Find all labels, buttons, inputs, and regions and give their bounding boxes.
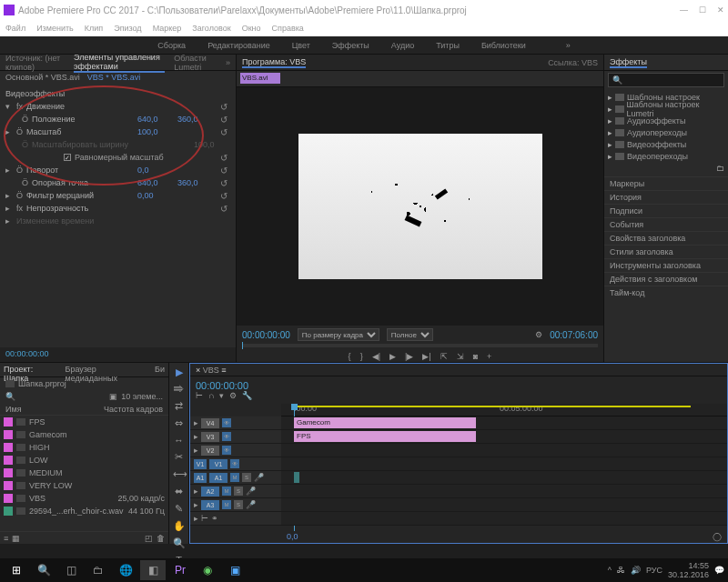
notifications-icon[interactable]: 💬 <box>714 566 724 575</box>
ws-color[interactable]: Цвет <box>292 41 310 50</box>
solo-icon[interactable]: S <box>234 500 243 509</box>
app-icon[interactable]: ◉ <box>195 560 220 580</box>
start-button[interactable]: ⊞ <box>4 560 29 580</box>
position-y[interactable]: 360,0 <box>177 115 214 124</box>
next-frame-icon[interactable]: ▶| <box>422 352 430 361</box>
work-area[interactable] <box>294 406 691 407</box>
mute-icon[interactable]: M <box>222 500 231 509</box>
new-item-icon[interactable]: ◰ <box>145 534 153 542</box>
col-framerate[interactable]: Частота кадров <box>104 405 163 413</box>
lift-icon[interactable]: ⇱ <box>440 352 448 361</box>
anchor-x[interactable]: 640,0 <box>137 178 174 187</box>
opacity-effect[interactable]: Непрозрачность <box>26 204 214 213</box>
settings-icon[interactable]: ⚙ <box>535 330 542 339</box>
maximize-button[interactable]: ☐ <box>699 5 706 15</box>
menu-title[interactable]: Заголовок <box>192 24 230 33</box>
scroll-thumb[interactable]: ◯ <box>713 532 722 541</box>
razor-tool-icon[interactable]: ✂ <box>173 451 186 463</box>
track-a3[interactable]: A3 <box>201 500 219 510</box>
zoom-select[interactable]: По размеру кадра <box>298 328 379 341</box>
app-icon[interactable]: ▣ <box>222 560 248 580</box>
uniform-scale-checkbox[interactable] <box>64 154 71 161</box>
voice-icon[interactable]: 🎤 <box>246 500 256 509</box>
project-item[interactable]: 29594_...erh._choir-c.wav44 100 Гц <box>0 505 168 517</box>
tray-network-icon[interactable]: 🖧 <box>617 566 625 575</box>
mini-timeline[interactable]: VBS.avi <box>237 71 603 87</box>
video-effects-folder[interactable]: ▸Видеоэффекты <box>608 138 724 150</box>
menu-file[interactable]: Файл <box>5 24 25 33</box>
tab-source[interactable]: Источник: (нет клипов) <box>5 54 65 72</box>
tray-clock[interactable]: 14:5530.12.2016 <box>668 561 709 579</box>
panel-captions[interactable]: Подписи <box>604 204 728 217</box>
zoom-tool-icon[interactable]: 🔍 <box>173 537 186 549</box>
tray-lang[interactable]: РУС <box>646 566 662 575</box>
tab-bi[interactable]: Би <box>155 365 165 375</box>
rotation-value[interactable]: 0,0 <box>137 166 174 175</box>
project-item[interactable]: LOW <box>0 454 168 467</box>
panel-title-styles[interactable]: Стили заголовка <box>604 245 728 258</box>
slip-tool-icon[interactable]: ⟷ <box>173 468 186 480</box>
project-item[interactable]: VBS25,00 кадр/с <box>0 492 168 505</box>
anchor-y[interactable]: 360,0 <box>177 178 214 187</box>
panel-events[interactable]: События <box>604 217 728 231</box>
audio-transitions-folder[interactable]: ▸Аудиопереходы <box>608 126 724 138</box>
snap-icon[interactable]: ⊢ <box>196 391 203 400</box>
panel-title-tools[interactable]: Инструменты заголовка <box>604 258 728 272</box>
reset-icon[interactable]: ↺ <box>217 153 230 163</box>
project-item[interactable]: VERY LOW <box>0 479 168 492</box>
tab-effect-controls[interactable]: Элементы управления эффектами <box>74 53 165 73</box>
reset-icon[interactable]: ↺ <box>217 115 230 125</box>
effects-search[interactable]: 🔍 <box>608 73 724 87</box>
panel-overflow-icon[interactable]: » <box>226 58 230 67</box>
time-ruler[interactable]: :00:00 00:05:00:00 <box>281 404 727 416</box>
toggle-output-icon[interactable]: 👁 <box>222 446 231 455</box>
tray-up-icon[interactable]: ^ <box>608 566 612 575</box>
track-a2[interactable]: A2 <box>201 487 219 497</box>
timeline-tab[interactable]: × VBS ≡ <box>196 366 227 375</box>
reset-icon[interactable]: ↺ <box>217 204 230 214</box>
lumetri-preset-folder[interactable]: ▸Шаблоны настроек Lumetri <box>608 103 724 115</box>
link-icon[interactable]: ∩ <box>208 391 214 400</box>
resolution-select[interactable]: Полное <box>387 328 433 341</box>
chrome-icon[interactable]: 🌐 <box>113 560 138 580</box>
panel-markers[interactable]: Маркеры <box>604 176 728 190</box>
ws-assembly[interactable]: Сборка <box>157 41 186 50</box>
new-bin-icon[interactable]: 🗀 <box>716 164 724 173</box>
timeline-timecode[interactable]: 00:00:00:00 <box>196 380 252 391</box>
settings-icon[interactable]: ⚙ <box>229 391 237 400</box>
track-v3[interactable]: V3 <box>201 432 219 442</box>
search-icon[interactable]: 🔍 <box>31 560 56 580</box>
project-item[interactable]: HIGH <box>0 441 168 454</box>
hand-tool-icon[interactable]: ✋ <box>173 520 186 532</box>
panel-timecode[interactable]: Тайм-код <box>604 286 728 299</box>
mute-icon[interactable]: M <box>222 487 231 496</box>
mark-out-icon[interactable]: } <box>360 352 363 361</box>
audio-clip[interactable] <box>294 472 299 483</box>
panel-title-actions[interactable]: Действия с заголовком <box>604 272 728 286</box>
tab-effects-panel[interactable]: Эффекты <box>610 57 647 68</box>
track-v1[interactable]: V1 <box>209 459 228 469</box>
solo-icon[interactable]: S <box>242 473 251 482</box>
ws-editing[interactable]: Редактирование <box>207 41 270 50</box>
master-track[interactable]: ⊢ <box>201 514 208 523</box>
solo-icon[interactable]: S <box>234 487 243 496</box>
track-select-tool-icon[interactable]: ⭆ <box>173 384 186 395</box>
toggle-output-icon[interactable]: 👁 <box>222 418 231 427</box>
project-item[interactable]: FPS <box>0 416 168 428</box>
position-x[interactable]: 640,0 <box>137 115 174 124</box>
scale-value[interactable]: 100,0 <box>137 127 174 136</box>
pen-tool-icon[interactable]: ✎ <box>173 503 186 515</box>
search-icon[interactable]: 🔍 <box>5 392 15 401</box>
close-button[interactable]: ✕ <box>717 5 724 15</box>
reset-icon[interactable]: ↺ <box>217 127 230 137</box>
col-name[interactable]: Имя <box>5 405 104 413</box>
toggle-output-icon[interactable]: 👁 <box>222 432 231 441</box>
sequence-clip-link[interactable]: VBS * VBS.avi <box>87 73 141 84</box>
clip-gamecom[interactable]: Gamecom <box>294 417 476 428</box>
scrub-bar[interactable] <box>242 344 598 347</box>
ws-titles[interactable]: Титры <box>436 41 460 50</box>
voice-icon[interactable]: 🎤 <box>254 473 264 482</box>
minimize-button[interactable]: — <box>680 5 688 15</box>
app-icon[interactable]: ◧ <box>140 560 166 580</box>
filter-icon[interactable]: ▣ <box>109 392 117 401</box>
